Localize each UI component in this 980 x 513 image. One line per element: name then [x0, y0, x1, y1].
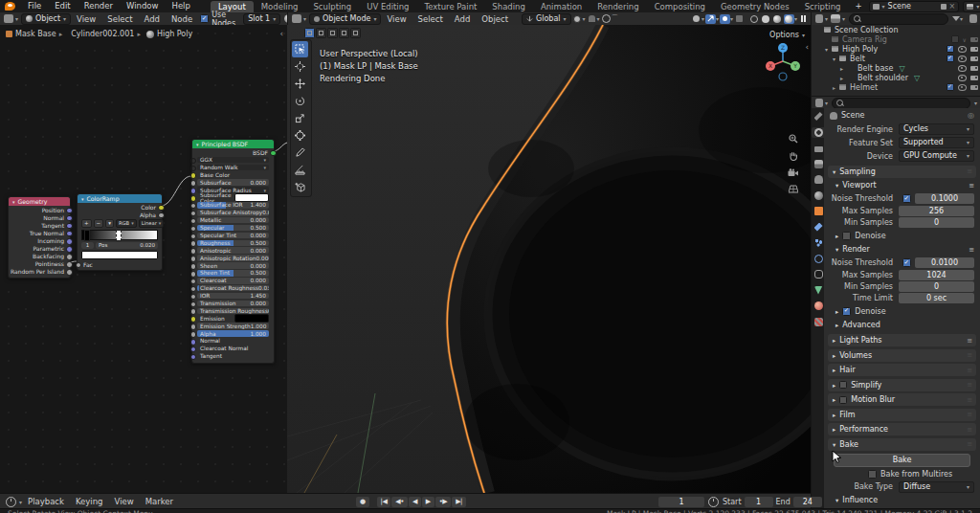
node-output[interactable]: Position — [9, 206, 70, 213]
filter-id-icon[interactable] — [831, 14, 840, 23]
checkbox[interactable] — [842, 307, 851, 316]
checkbox[interactable] — [902, 194, 911, 203]
hide-chevron-icon[interactable]: ∨ — [963, 36, 967, 43]
transport-button[interactable]: ▶ — [422, 497, 434, 507]
pin-icon[interactable]: ◎ — [968, 111, 974, 120]
exclude-checkbox[interactable] — [951, 35, 959, 43]
outliner-row[interactable]: ▸ Belt base ▽ ∨ — [812, 63, 980, 73]
unlink-scene-icon[interactable]: × — [949, 2, 956, 11]
properties-section-header[interactable]: Motion Blur ≡ ≡ — [828, 393, 976, 406]
node-slider-row[interactable]: Specular Tint0.000 — [192, 232, 274, 239]
node-dropdown-row[interactable]: Random Walk▾ — [192, 164, 274, 171]
outliner-row[interactable]: ▸ Helmet ∨ — [812, 82, 980, 92]
node-slider-row[interactable]: Emission Strength1.000 — [192, 323, 274, 330]
workspace-tab[interactable]: Scripting — [797, 1, 849, 12]
hide-viewport-icon[interactable] — [958, 56, 967, 62]
checkbox[interactable] — [902, 258, 911, 267]
node-slider-row[interactable]: Subsurface0.000 — [192, 179, 274, 187]
properties-section-header[interactable]: Light Paths ≡ ≡ — [828, 334, 976, 346]
number-field[interactable]: 0 sec — [899, 293, 974, 303]
viewport-menu[interactable]: View — [381, 14, 412, 24]
properties-subsection-header[interactable]: Viewport ≡ — [824, 179, 980, 192]
workspace-tab[interactable]: Modeling — [254, 1, 306, 12]
scene-selector[interactable]: ▾ Scene × — [869, 1, 960, 12]
shader-menu[interactable]: Add — [139, 14, 166, 24]
properties-search-input[interactable] — [832, 98, 970, 109]
topbar-menu[interactable]: Edit — [48, 0, 77, 12]
expand-icon[interactable]: ▸ — [837, 65, 846, 72]
shading-material-button[interactable] — [772, 14, 783, 24]
scale-tool[interactable] — [292, 110, 308, 126]
workspace-tab[interactable]: Shading — [484, 1, 533, 12]
editor-type-icon[interactable] — [4, 14, 13, 23]
outliner-row[interactable]: ▾ Belt ∨ — [812, 54, 980, 63]
filter-icon[interactable] — [952, 16, 960, 21]
properties-tab[interactable] — [812, 206, 825, 216]
node-input-row[interactable]: Normal — [192, 337, 274, 345]
number-field[interactable]: 256 — [899, 206, 974, 216]
overlays-toggle[interactable] — [720, 14, 730, 24]
transport-button[interactable]: ▶| — [452, 497, 466, 507]
ramp-options-button[interactable]: ▾ — [105, 219, 114, 228]
topbar-menu[interactable]: File — [21, 0, 48, 12]
add-cube-tool[interactable] — [292, 179, 308, 195]
outliner-row[interactable]: ▸ Belt shoulder ▽ ∨ — [812, 73, 980, 82]
dropdown[interactable]: Diffuse▾ — [899, 481, 974, 493]
stop-color-swatch[interactable] — [81, 251, 158, 259]
properties-tab[interactable] — [812, 254, 825, 264]
options-dropdown[interactable]: Options▾ — [769, 31, 805, 39]
current-frame-field[interactable]: 1 — [658, 497, 704, 507]
node-output[interactable]: Random Per Island — [9, 268, 70, 276]
preset-icon[interactable]: ≡ — [969, 246, 974, 254]
input-socket[interactable] — [190, 354, 197, 361]
node-slider-row[interactable]: Sheen Tint0.500 — [192, 269, 274, 277]
section-checkbox[interactable] — [839, 381, 847, 389]
checkbox[interactable] — [868, 470, 877, 479]
outliner-item-label[interactable]: High Poly — [842, 45, 878, 54]
workspace-tab[interactable]: Geometry Nodes — [713, 1, 797, 12]
pivot-point-dropdown[interactable] — [572, 14, 583, 24]
slot-dropdown[interactable]: Slot 1▾ — [243, 13, 280, 25]
node-slider-row[interactable]: Anisotropic Rotation0.000 — [192, 255, 274, 262]
topbar-menu[interactable]: Window — [120, 0, 166, 12]
viewlayer-selector[interactable]: ▾ ViewLayer × — [963, 1, 980, 12]
properties-tab[interactable] — [812, 127, 825, 138]
navigation-gizmo[interactable]: Z X Y — [763, 40, 803, 86]
properties-tab[interactable] — [812, 301, 825, 311]
workspace-tab[interactable]: UV Editing — [359, 1, 416, 12]
outliner-item-label[interactable]: Belt shoulder — [858, 74, 908, 82]
pan-hand-icon[interactable] — [787, 149, 799, 162]
properties-tab[interactable] — [812, 143, 825, 153]
interpolation-dropdown[interactable]: Linear▾ — [139, 219, 165, 228]
new-scene-icon[interactable] — [941, 4, 947, 10]
shading-solid-button[interactable] — [761, 14, 771, 24]
viewport-menu[interactable]: Add — [449, 14, 476, 24]
transport-button[interactable]: ◀• — [391, 497, 408, 507]
node-output[interactable]: BSDF — [192, 148, 274, 156]
hide-viewport-icon[interactable] — [958, 46, 967, 53]
node-output[interactable]: Normal — [9, 213, 70, 221]
use-nodes-checkbox[interactable] — [200, 14, 209, 23]
disable-render-icon[interactable] — [970, 47, 978, 52]
properties-tab[interactable] — [812, 190, 825, 201]
node-dropdown-row[interactable]: GGX▾ — [192, 156, 274, 164]
outliner-item-label[interactable]: Scene Collection — [835, 26, 899, 34]
shader-editor[interactable]: Mask BaseCylinder002.001High Poly ‹ Geom… — [0, 25, 287, 493]
dropdown[interactable]: Cycles▾ — [899, 123, 974, 135]
checkbox[interactable] — [842, 232, 851, 240]
properties-section-header[interactable]: Film ≡ ≡ — [828, 409, 976, 421]
select-mode-button[interactable] — [327, 28, 338, 38]
topbar-menu[interactable]: Help — [165, 0, 196, 12]
workspace-tab[interactable]: Animation — [533, 1, 590, 12]
frame-end-field[interactable]: 24 — [793, 497, 822, 507]
display-mode-icon[interactable] — [815, 14, 823, 23]
outliner-row[interactable]: Camera Rig ∨ — [812, 34, 980, 44]
hide-viewport-icon[interactable] — [958, 75, 967, 81]
node-input-row[interactable]: Clearcoat Normal — [192, 345, 274, 352]
node-slider-row[interactable]: Sheen0.000 — [192, 262, 274, 270]
hide-viewport-icon[interactable] — [958, 84, 967, 91]
zoom-icon[interactable] — [787, 132, 799, 145]
workspace-tab[interactable]: Texture Paint — [417, 1, 485, 12]
node-title[interactable]: Geometry — [9, 197, 70, 206]
properties-subsection-header[interactable]: Advanced ≡ — [824, 319, 980, 332]
